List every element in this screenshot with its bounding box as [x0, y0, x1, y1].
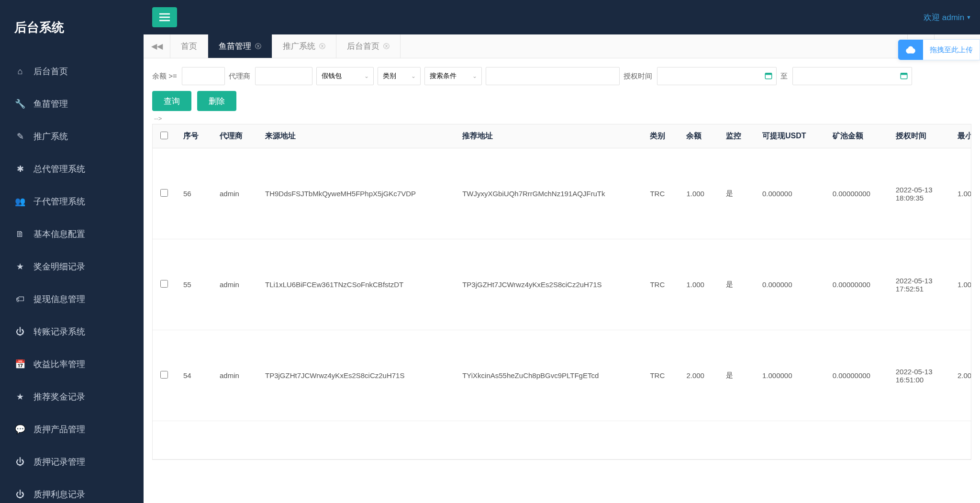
hamburger-icon — [159, 13, 170, 22]
query-button[interactable]: 查询 — [152, 91, 191, 111]
table-body: 56adminTH9DdsFSJTbMkQyweMH5FPhpX5jGKc7VD… — [153, 148, 971, 459]
agent-label: 代理商 — [229, 72, 250, 81]
cell-ref-address: TWJyxyXGbiUQh7RrrGMchNz191AQJFruTk — [455, 148, 642, 239]
tab[interactable]: 后台首页ⓧ — [336, 34, 401, 58]
menu-toggle-button[interactable] — [152, 7, 177, 27]
welcome-user-dropdown[interactable]: 欢迎 admin ▼ — [924, 12, 971, 23]
cell-monitor: 是 — [718, 330, 755, 421]
content-area: 余额 >= 代理商 ⌄ ⌄ ⌄ 授权时间 — [144, 58, 980, 503]
tabs-scroll-left-button[interactable]: ◀◀ — [144, 34, 170, 58]
sidebar-item[interactable]: 🗎基本信息配置 — [0, 218, 144, 250]
cell-pool: 0.00000000 — [825, 239, 888, 330]
cell-pool: 0.00000000 — [825, 148, 888, 239]
cog-icon: ✱ — [14, 164, 26, 174]
cell-balance: 2.000 — [679, 330, 718, 421]
cell-seq: 56 — [176, 148, 212, 239]
sidebar-item[interactable]: 📅收益比率管理 — [0, 348, 144, 380]
sidebar-item[interactable]: ★奖金明细记录 — [0, 250, 144, 283]
users-icon: 👥 — [14, 196, 26, 207]
svg-rect-2 — [159, 20, 170, 22]
arrow-hint: --> — [154, 115, 971, 122]
table-header-cell: 推荐地址 — [455, 124, 642, 148]
table-container: 序号代理商来源地址推荐地址类别余额监控可提现USDT矿池金额授权时间最小余额 5… — [152, 124, 971, 460]
sidebar-item-label: 提现信息管理 — [33, 293, 85, 305]
close-icon[interactable]: ⓧ — [383, 42, 390, 51]
sidebar-item[interactable]: ⏻转账记录系统 — [0, 315, 144, 348]
to-label: 至 — [780, 72, 788, 81]
date-from-input[interactable] — [657, 67, 777, 85]
sidebar-item[interactable]: 🏷提现信息管理 — [0, 283, 144, 315]
sidebar-item-label: 鱼苗管理 — [33, 98, 68, 110]
sidebar-item[interactable]: ✎推广系统 — [0, 120, 144, 153]
tab[interactable]: 鱼苗管理ⓧ — [208, 34, 272, 58]
agent-input[interactable] — [255, 67, 312, 85]
table-row — [153, 421, 971, 459]
row-checkbox[interactable] — [160, 280, 168, 288]
svg-rect-0 — [159, 13, 170, 15]
sidebar-item-label: 子代管理系统 — [33, 196, 85, 207]
caret-down-icon: ▼ — [966, 14, 971, 20]
tab[interactable]: 推广系统ⓧ — [272, 34, 336, 58]
auth-time-label: 授权时间 — [624, 72, 652, 81]
cell-agent: admin — [212, 239, 257, 330]
cell-src-address: TP3jGZHt7JCWrwz4yKxEs2S8ciCz2uH71S — [257, 330, 455, 421]
balance-input[interactable] — [182, 67, 225, 85]
cell-ref-address: TYiXkcinAs55heZuCh8pBGvc9PLTFgETcd — [455, 330, 642, 421]
close-icon[interactable]: ⓧ — [319, 42, 325, 51]
sidebar-item[interactable]: ⌂后台首页 — [0, 55, 144, 88]
tab-label: 推广系统 — [283, 41, 315, 52]
sidebar-item[interactable]: 👥子代管理系统 — [0, 185, 144, 218]
wallet-select[interactable] — [316, 67, 374, 85]
file-icon: 🗎 — [14, 229, 26, 239]
search-cond-select[interactable] — [424, 67, 482, 85]
sidebar-item[interactable]: ⏻质押利息记录 — [0, 478, 144, 503]
sidebar-item[interactable]: 💬质押产品管理 — [0, 413, 144, 446]
sidebar-item-label: 收益比率管理 — [33, 358, 85, 370]
table-header-cell: 序号 — [176, 124, 212, 148]
table-header-cell: 类别 — [642, 124, 679, 148]
tabs-bar: ◀◀ 首页鱼苗管理ⓧ推广系统ⓧ后台首页ⓧ ▶▶ 关闭 ▼ — [144, 34, 980, 58]
cell-category: TRC — [642, 148, 679, 239]
cell-auth-time: 2022-05-1316:51:00 — [888, 330, 950, 421]
table-row: 54adminTP3jGZHt7JCWrwz4yKxEs2S8ciCz2uH71… — [153, 330, 971, 421]
cell-category: TRC — [642, 239, 679, 330]
balance-label: 余额 >= — [152, 72, 177, 81]
category-select[interactable] — [378, 67, 421, 85]
close-icon[interactable]: ⓧ — [255, 42, 261, 51]
cell-seq: 55 — [176, 239, 212, 330]
cell-seq: 54 — [176, 330, 212, 421]
star-icon: ★ — [14, 391, 26, 402]
sidebar-item[interactable]: ⏻质押记录管理 — [0, 446, 144, 478]
table-header-cell: 代理商 — [212, 124, 257, 148]
row-checkbox[interactable] — [160, 189, 168, 197]
cell-min-balance: 1.00 — [950, 148, 971, 239]
tab-label: 首页 — [181, 41, 197, 52]
sidebar-item-label: 质押利息记录 — [33, 489, 85, 500]
cell-min-balance: 1.00 — [950, 239, 971, 330]
tab[interactable]: 首页 — [170, 34, 208, 58]
upload-badge-text: 拖拽至此上传 — [923, 45, 980, 55]
tab-label: 后台首页 — [347, 41, 379, 52]
sidebar-item-label: 质押记录管理 — [33, 456, 85, 468]
sidebar-item[interactable]: 🔧鱼苗管理 — [0, 88, 144, 120]
cell-agent: admin — [212, 148, 257, 239]
sidebar-item-label: 基本信息配置 — [33, 228, 85, 240]
cell-usdt: 0.000000 — [755, 148, 825, 239]
cell-monitor: 是 — [718, 239, 755, 330]
cell-usdt: 1.000000 — [755, 330, 825, 421]
search-keyword-input[interactable] — [486, 67, 620, 85]
sidebar-item[interactable]: ★推荐奖金记录 — [0, 380, 144, 413]
cell-auth-time: 2022-05-1317:52:51 — [888, 239, 950, 330]
cell-min-balance: 2.00 — [950, 330, 971, 421]
row-checkbox[interactable] — [160, 371, 168, 379]
table-header-cell: 余额 — [679, 124, 718, 148]
delete-button[interactable]: 删除 — [197, 91, 236, 111]
sidebar-item[interactable]: ✱总代管理系统 — [0, 153, 144, 185]
upload-drop-badge[interactable]: 拖拽至此上传 — [898, 39, 980, 60]
sidebar-item-label: 推荐奖金记录 — [33, 391, 85, 402]
select-all-checkbox[interactable] — [160, 132, 168, 139]
date-to-input[interactable] — [792, 67, 912, 85]
sidebar-item-label: 奖金明细记录 — [33, 261, 85, 272]
sidebar-item-label: 质押产品管理 — [33, 424, 85, 435]
sidebar-item-label: 后台首页 — [33, 66, 68, 77]
